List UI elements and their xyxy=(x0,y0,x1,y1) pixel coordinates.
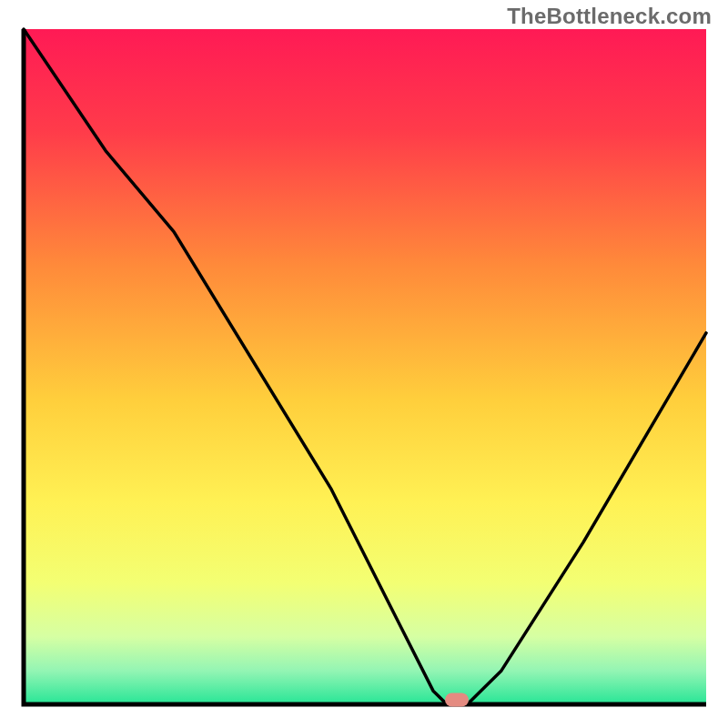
chart-container: TheBottleneck.com xyxy=(0,0,728,728)
plot-background xyxy=(24,29,706,704)
watermark-label: TheBottleneck.com xyxy=(507,4,712,29)
optimal-point-marker xyxy=(445,693,469,707)
bottleneck-chart xyxy=(0,0,728,728)
